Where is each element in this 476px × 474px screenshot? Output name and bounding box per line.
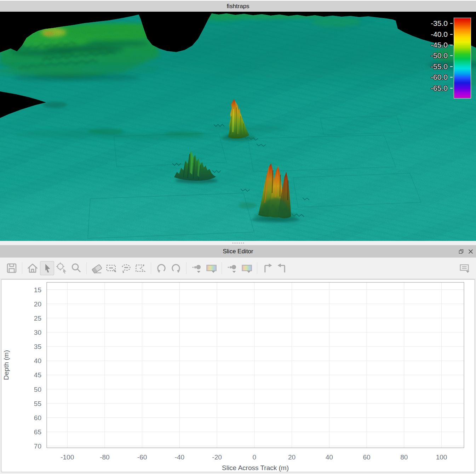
legend-label: -60.0 <box>431 73 448 81</box>
color-scale-legend: -35.0-40.0-45.0-50.0-55.0-60.0-65.0 <box>431 18 471 98</box>
legend-tick <box>450 77 453 78</box>
y-tick-label: 45 <box>34 371 41 379</box>
legend-label: -35.0 <box>431 19 448 28</box>
zoom-button[interactable] <box>69 261 83 275</box>
legend-row: -45.0 <box>431 40 454 50</box>
legend-row: -55.0 <box>431 61 454 72</box>
pointer-select-button[interactable] <box>40 261 54 275</box>
x-tick-label: 80 <box>400 453 408 461</box>
deselect-polygon-button[interactable] <box>133 261 148 275</box>
legend-row: -65.0 <box>431 83 454 93</box>
y-tick-label: 50 <box>34 386 41 393</box>
legend-label: -55.0 <box>431 62 448 71</box>
viewer-title: fishtraps <box>226 3 249 10</box>
y-tick-label: 15 <box>34 286 41 294</box>
legend-tick <box>450 55 453 56</box>
x-tick-label: 100 <box>436 453 447 461</box>
colormap-small-button[interactable] <box>204 261 218 275</box>
flag-return-button[interactable] <box>275 261 289 275</box>
legend-label: -65.0 <box>431 84 448 92</box>
y-tick-label: 70 <box>34 442 41 450</box>
point-size-large-button[interactable] <box>225 261 239 275</box>
y-tick-label: 30 <box>34 329 41 336</box>
viewer-title-bar[interactable]: fishtraps <box>0 0 476 12</box>
erase-button[interactable] <box>90 261 104 275</box>
x-tick-label: -20 <box>212 453 222 461</box>
deselect-lasso-button[interactable] <box>119 261 133 275</box>
legend-row: -60.0 <box>431 72 454 83</box>
legend-tick <box>450 34 453 35</box>
legend-label: -50.0 <box>431 51 448 60</box>
undo-button[interactable] <box>154 261 168 275</box>
y-tick-label: 40 <box>34 357 41 365</box>
x-tick-label: 0 <box>253 453 257 461</box>
redo-button[interactable] <box>169 261 183 275</box>
legend-label: -45.0 <box>431 41 448 49</box>
y-tick-label: 35 <box>34 343 41 350</box>
bathymetry-3d-viewport[interactable]: -35.0-40.0-45.0-50.0-55.0-60.0-65.0 <box>0 12 476 241</box>
flag-forward-button[interactable] <box>260 261 275 275</box>
x-tick-label: -100 <box>61 453 74 461</box>
bathymetry-3d-render <box>0 12 476 241</box>
color-scale-bar <box>454 18 471 98</box>
legend-row: -35.0 <box>431 18 454 29</box>
slice-plot-panel: 152025303540455055606570-100-80-60-40-20… <box>1 279 475 472</box>
float-pane-button[interactable] <box>458 248 464 255</box>
legend-tick <box>450 23 453 24</box>
legend-row: -40.0 <box>431 29 454 39</box>
legend-tick <box>450 66 453 67</box>
save-button[interactable] <box>5 261 19 275</box>
legend-tick <box>450 45 453 45</box>
close-pane-button[interactable] <box>468 248 474 255</box>
y-tick-label: 20 <box>34 300 41 308</box>
y-tick-label: 55 <box>34 400 41 407</box>
plot-frame <box>47 282 464 448</box>
home-view-button[interactable] <box>25 261 40 275</box>
y-tick-label: 65 <box>34 428 41 436</box>
slice-plot[interactable]: 152025303540455055606570-100-80-60-40-20… <box>1 280 475 472</box>
deselect-rectangle-button[interactable] <box>104 261 119 275</box>
x-tick-label: 60 <box>363 453 371 461</box>
legend-label: -40.0 <box>431 30 448 39</box>
legend-tick <box>450 88 453 89</box>
x-tick-label: 40 <box>326 453 333 461</box>
x-axis-title: Slice Across Track (m) <box>222 464 289 472</box>
x-tick-label: -60 <box>137 453 147 461</box>
x-tick-label: -80 <box>100 453 109 461</box>
annotation-options-button[interactable] <box>457 261 471 275</box>
y-axis-title: Depth (m) <box>2 350 10 380</box>
y-tick-label: 60 <box>34 414 41 422</box>
slice-editor-toolbar <box>0 258 476 279</box>
x-tick-label: -40 <box>175 453 184 461</box>
colormap-large-button[interactable] <box>240 261 254 275</box>
x-tick-label: 20 <box>288 453 296 461</box>
pane-splitter[interactable] <box>0 241 476 245</box>
data-gap-shadow <box>43 102 67 108</box>
point-size-small-button[interactable] <box>190 261 204 275</box>
slice-editor-header[interactable]: Slice Editor <box>0 245 476 258</box>
zoom-window-button[interactable] <box>55 261 69 275</box>
legend-row: -50.0 <box>431 50 454 61</box>
slice-editor-title: Slice Editor <box>0 245 476 258</box>
y-tick-label: 25 <box>34 315 41 322</box>
